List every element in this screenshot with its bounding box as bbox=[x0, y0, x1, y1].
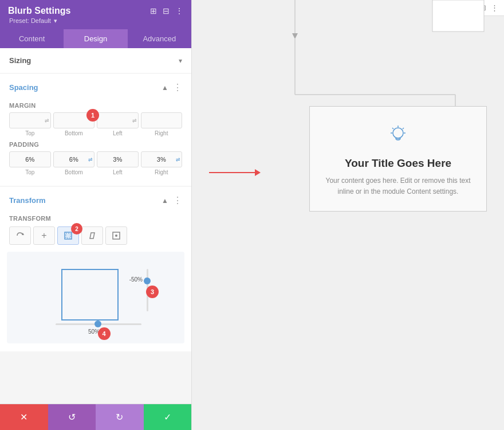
tab-content[interactable]: Content bbox=[0, 29, 64, 48]
margin-bottom-cell: 1 Bottom bbox=[53, 112, 95, 136]
padding-bottom-label: Bottom bbox=[65, 169, 83, 175]
svg-marker-3 bbox=[90, 233, 94, 239]
svg-rect-2 bbox=[66, 233, 70, 238]
margin-label: Margin bbox=[9, 102, 182, 109]
transform-box bbox=[61, 269, 119, 320]
margin-right-input[interactable] bbox=[141, 112, 183, 128]
padding-top-cell: Top bbox=[9, 151, 51, 175]
svg-line-14 bbox=[403, 128, 404, 129]
transform-section-title: Transform bbox=[9, 196, 46, 205]
spacing-section-title: Spacing bbox=[9, 83, 38, 92]
undo-button[interactable]: ↺ bbox=[48, 404, 96, 430]
spacing-chevron: ▲ bbox=[162, 84, 168, 92]
svg-line-15 bbox=[392, 128, 393, 129]
lightbulb-icon bbox=[387, 124, 410, 147]
spacing-section-header[interactable]: Spacing ▲ ⋮ bbox=[0, 74, 191, 101]
padding-inputs: Top ⇌ Bottom Left bbox=[9, 151, 182, 175]
margin-right-cell: Right bbox=[141, 112, 183, 136]
badge-1: 1 bbox=[86, 109, 99, 122]
margin-left-link: ⇌ bbox=[132, 118, 137, 123]
margin-top-cell: ⇌ Top bbox=[9, 112, 51, 136]
blurb-content: Your content goes here. Edit or remove t… bbox=[324, 175, 472, 197]
sizing-section-header[interactable]: Sizing ▾ bbox=[0, 48, 191, 73]
panel-title: Blurb Settings bbox=[8, 6, 70, 16]
transform-content: Transform + 2 bbox=[0, 215, 191, 351]
margin-top-link: ⇌ bbox=[45, 118, 49, 123]
margin-bottom-label: Bottom bbox=[65, 130, 83, 136]
settings-panel: Blurb Settings ⊞ ⊟ ⋮ Preset: Default ▾ C… bbox=[0, 0, 192, 430]
padding-top-input[interactable] bbox=[9, 151, 51, 167]
padding-bottom-cell: ⇌ Bottom bbox=[53, 151, 95, 175]
transform-skew-btn[interactable] bbox=[81, 226, 103, 245]
padding-right-link: ⇌ bbox=[176, 157, 180, 162]
margin-right-label: Right bbox=[155, 130, 168, 136]
margin-inputs: ⇌ Top 1 Bottom ⇌ bbox=[9, 112, 182, 136]
padding-right-label: Right bbox=[155, 169, 168, 175]
horizontal-slider-container: 50% 4 bbox=[56, 320, 141, 332]
padding-left-label: Left bbox=[113, 169, 123, 175]
preset-selector[interactable]: Preset: Default ▾ bbox=[8, 17, 183, 25]
svg-marker-7 bbox=[292, 33, 298, 39]
panel-header: Blurb Settings ⊞ ⊟ ⋮ Preset: Default ▾ bbox=[0, 0, 191, 29]
margin-top-label: Top bbox=[25, 130, 34, 136]
transform-label: Transform bbox=[9, 215, 182, 222]
tab-design[interactable]: Design bbox=[64, 29, 127, 48]
tabs-bar: Content Design Advanced bbox=[0, 29, 191, 48]
transform-visual: -50% 3 50% 4 bbox=[7, 252, 184, 343]
arrow-line bbox=[209, 172, 255, 173]
canvas-area: ⚙ ⊞ ⊟ ⋮ bbox=[192, 0, 504, 430]
badge-4: 4 bbox=[98, 327, 111, 340]
transform-rotate-btn[interactable] bbox=[9, 226, 31, 245]
connector-svg bbox=[192, 0, 504, 430]
transform-buttons: + 2 bbox=[9, 226, 182, 245]
padding-right-cell: ⇌ Right bbox=[141, 151, 183, 175]
transform-menu[interactable]: ⋮ bbox=[173, 195, 182, 206]
badge-3: 3 bbox=[146, 286, 159, 298]
svg-point-5 bbox=[115, 234, 117, 237]
expand-icon[interactable]: ⊞ bbox=[150, 6, 157, 15]
transform-scale-btn[interactable]: 2 bbox=[57, 226, 79, 245]
transform-section: Transform ▲ ⋮ Transform bbox=[0, 187, 191, 351]
padding-top-label: Top bbox=[25, 169, 34, 175]
panel-header-icons: ⊞ ⊟ ⋮ bbox=[150, 6, 183, 15]
v-slider-value: -50% bbox=[129, 276, 143, 283]
spacing-content: Margin ⇌ Top 1 Bottom bbox=[0, 102, 191, 186]
margin-left-label: Left bbox=[113, 130, 123, 136]
padding-left-cell: Left bbox=[97, 151, 139, 175]
transform-translate-btn[interactable]: + bbox=[33, 226, 55, 245]
cancel-button[interactable]: ✕ bbox=[0, 404, 48, 430]
blurb-title: Your Title Goes Here bbox=[345, 157, 451, 170]
badge-2: 2 bbox=[71, 223, 82, 234]
more-icon[interactable]: ⋮ bbox=[175, 6, 183, 15]
spacing-menu[interactable]: ⋮ bbox=[173, 82, 182, 93]
sizing-section-title: Sizing bbox=[9, 56, 31, 65]
save-button[interactable]: ✓ bbox=[144, 404, 192, 430]
horizontal-slider-thumb[interactable] bbox=[94, 320, 101, 327]
sizing-chevron: ▾ bbox=[179, 57, 182, 65]
transform-chevron: ▲ bbox=[162, 197, 168, 205]
transform-origin-btn[interactable] bbox=[105, 226, 127, 245]
svg-point-12 bbox=[393, 128, 403, 138]
padding-left-input[interactable] bbox=[97, 151, 139, 167]
vertical-slider-thumb[interactable] bbox=[144, 277, 151, 284]
padding-label: Padding bbox=[9, 141, 182, 148]
margin-left-cell: ⇌ Left bbox=[97, 112, 139, 136]
tab-advanced[interactable]: Advanced bbox=[128, 29, 191, 48]
sizing-section: Sizing ▾ bbox=[0, 48, 191, 73]
split-icon[interactable]: ⊟ bbox=[163, 6, 170, 15]
transform-section-header[interactable]: Transform ▲ ⋮ bbox=[0, 187, 191, 214]
blurb-card[interactable]: Your Title Goes Here Your content goes h… bbox=[309, 106, 487, 212]
arrow-head bbox=[255, 169, 261, 176]
arrow-right bbox=[209, 169, 261, 176]
spacing-section: Spacing ▲ ⋮ Margin ⇌ Top bbox=[0, 74, 191, 186]
bottom-toolbar: ✕ ↺ ↻ ✓ bbox=[0, 404, 191, 430]
padding-link: ⇌ bbox=[88, 157, 93, 162]
blurb-icon-wrap bbox=[387, 124, 410, 149]
panel-body: Sizing ▾ Spacing ▲ ⋮ Margin bbox=[0, 48, 191, 404]
vertical-slider-container: -50% 3 bbox=[141, 269, 153, 311]
redo-button[interactable]: ↻ bbox=[96, 404, 144, 430]
svg-rect-11 bbox=[432, 0, 484, 32]
horizontal-slider-track bbox=[56, 323, 141, 325]
